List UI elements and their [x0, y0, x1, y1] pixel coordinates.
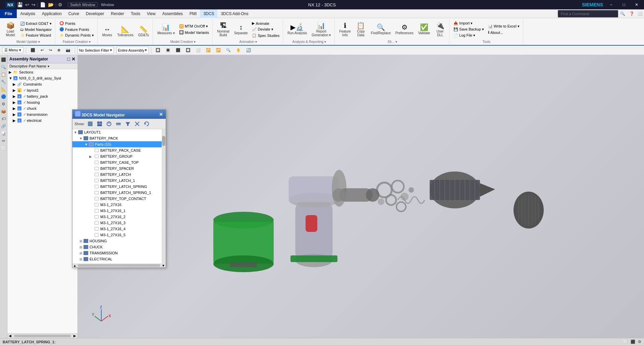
window-menu[interactable]: Window	[100, 3, 115, 7]
report-generation-btn[interactable]: 📊 ReportGeneration ▾	[310, 21, 332, 38]
search-icon[interactable]: 🔍	[618, 11, 627, 16]
dcs-item-layout1[interactable]: ▼ LAYOUT1	[72, 129, 166, 135]
dynamic-points-btn[interactable]: ⚡ Dynamic Points ▾	[58, 33, 95, 38]
left-icon-8[interactable]: 📦	[0, 108, 7, 115]
dcs-item-m3-27x16-3[interactable]: M3-1_27X16_3	[72, 220, 166, 226]
log-file-btn[interactable]: 📄 Log File ▾	[452, 33, 485, 38]
nav-icon-1[interactable]: □	[67, 56, 70, 62]
left-icon-3[interactable]: 📋	[0, 71, 7, 78]
scroll-right[interactable]: ▶	[72, 334, 77, 338]
status-icon-2[interactable]: ⬛	[631, 340, 635, 344]
copy-data-btn[interactable]: 📋 CopyData	[354, 21, 368, 38]
constraints-expand[interactable]: ▶	[13, 82, 17, 87]
assembly-scrollbar[interactable]: ◀ ▶	[7, 333, 77, 338]
rotate-icon[interactable]: 🔄	[244, 47, 253, 53]
dcs-panel-close[interactable]: ✕	[159, 112, 163, 117]
assemblies-menu[interactable]: Assemblies	[159, 9, 186, 18]
tb-icon-3[interactable]: ↪	[47, 47, 54, 53]
run-analysis-btn[interactable]: ▶🔬 Run Analysis	[286, 23, 309, 36]
left-icon-1[interactable]: ⬛	[0, 56, 7, 63]
dcs-item-m3-27x16-2[interactable]: M3-1_27X16_2	[72, 214, 166, 220]
minimize-btn[interactable]: −	[606, 1, 616, 8]
left-icon-10[interactable]: 🔗	[0, 123, 7, 130]
tb-icon-2[interactable]: ↩	[39, 47, 46, 53]
view-icon-3[interactable]: ⬛	[174, 47, 182, 53]
bg-expand[interactable]: ▶	[89, 155, 94, 158]
curve-menu[interactable]: Curve	[65, 9, 83, 18]
dcs-item-battery-case-top[interactable]: BATTERY_CASE_TOP	[72, 159, 166, 165]
maximize-btn[interactable]: □	[619, 1, 629, 8]
dcs-item-m3-27x16-5[interactable]: M3-1_27X16_5	[72, 232, 166, 238]
dcs-item-battery-pack[interactable]: ▼ BATTERY_PACK	[72, 135, 166, 141]
open-icon[interactable]: 📂	[47, 2, 54, 7]
view-icon-7[interactable]: 🔂	[214, 47, 223, 53]
battery-pack-expand[interactable]: ▶	[13, 94, 17, 99]
chuck-dcs-expand[interactable]: ⊞	[78, 245, 83, 249]
view-icon-2[interactable]: 🔳	[164, 47, 172, 53]
validate-btn[interactable]: ✅ Validate	[417, 23, 432, 36]
tree-transmission[interactable]: ▶ T ✓ transmission	[7, 111, 77, 117]
nav-icon-2[interactable]: ✕	[71, 56, 75, 62]
tree-electrical[interactable]: ▶ E ✓ electrical	[7, 117, 77, 123]
save-icon[interactable]: 💾	[16, 2, 23, 7]
tree-root[interactable]: ▼ A NX9_0_3_drill_assy_Syst	[7, 75, 77, 81]
dcs-item-chuck[interactable]: ⊞ CHUCK	[72, 244, 166, 250]
root-expand[interactable]: ▼	[9, 76, 13, 80]
dcs-item-battery-latch-spring[interactable]: BATTERY_LATCH_SPRING	[72, 184, 166, 190]
tolerances-btn[interactable]: 📐 Tolerances	[116, 25, 135, 38]
tb-icon-1[interactable]: ⬛	[29, 47, 37, 53]
tools-menu[interactable]: Tools	[127, 9, 144, 18]
dcs-item-transmission[interactable]: ⊞ TRANSMISSION	[72, 250, 166, 256]
dcs-item-battery-latch-spring-1[interactable]: BATTERY_LATCH_SPRING_1	[72, 190, 166, 196]
expand-icon[interactable]: ⬜	[636, 11, 644, 16]
mtm-btn[interactable]: 🔀 MTM On/Off ▾	[178, 23, 211, 29]
load-model-btn[interactable]: 📦 LoadModel	[3, 21, 17, 38]
dcs-tb-btn-3[interactable]	[105, 120, 113, 128]
redo-icon[interactable]: ↪	[31, 2, 36, 7]
import-btn[interactable]: 📥 Import ▾	[452, 20, 485, 26]
animate-btn[interactable]: ▶ Animate	[251, 20, 281, 26]
tb-icon-5[interactable]: 📷	[64, 47, 72, 53]
left-icon-7[interactable]: ⚙	[0, 101, 7, 107]
view-icon-4[interactable]: 🔲	[184, 47, 193, 53]
dcs-h-scrollbar[interactable]: ▲ ▼	[72, 263, 166, 267]
measures-btn[interactable]: 📊 Measures ▾	[156, 23, 176, 36]
switch-window-btn[interactable]: Switch Window	[68, 2, 98, 7]
left-icon-4[interactable]: 🔧	[0, 79, 7, 85]
transmission-dcs-expand[interactable]: ⊞	[78, 251, 83, 255]
scroll-left[interactable]: ◀	[7, 334, 13, 338]
transmission-expand[interactable]: ▶	[13, 112, 17, 117]
dcs-item-battery-group[interactable]: ▶ BATTERY_GROUP	[72, 153, 166, 159]
application-menu[interactable]: Application	[39, 9, 65, 18]
feature-info-btn[interactable]: ℹ FeatureInfo	[337, 21, 352, 38]
left-icon-6[interactable]: 🔵	[0, 93, 7, 100]
gdts-btn[interactable]: 📏 GD&Ts	[137, 25, 151, 38]
find-replace-btn[interactable]: 🔍 Find/Replace	[369, 23, 392, 36]
left-icon-11[interactable]: 📊	[0, 130, 7, 137]
dcs-tb-btn-2[interactable]	[96, 120, 104, 128]
housing-dcs-expand[interactable]: ⊞	[78, 239, 83, 243]
layout1-expand[interactable]: ▶	[13, 88, 17, 93]
nominal-build-btn[interactable]: 🏗 NominalBuild	[215, 21, 231, 38]
help-icon[interactable]: ❓	[627, 11, 636, 16]
render-menu[interactable]: Render	[108, 9, 127, 18]
find-command-input[interactable]	[558, 10, 618, 17]
view-icon-6[interactable]: 🔁	[204, 47, 213, 53]
left-icon-2[interactable]: 🔍	[0, 64, 7, 70]
zoom-icon[interactable]: 🔍	[224, 47, 233, 53]
write-to-excel-btn[interactable]: 📊 Write to Excel ▾	[487, 23, 521, 29]
battery-pack-dcs-expand[interactable]: ▼	[78, 137, 83, 140]
about-btn[interactable]: ℹ About...	[487, 30, 521, 35]
dcs-item-battery-top-contact[interactable]: BATTERY_TOP_CONTACT	[72, 196, 166, 202]
model-variants-btn[interactable]: 🔲 Model Variants	[178, 30, 211, 35]
left-icon-12[interactable]: ✏	[0, 138, 7, 144]
points-btn[interactable]: ⭕ Points	[58, 20, 95, 26]
moves-btn[interactable]: ↔ Moves	[100, 25, 114, 38]
preferences-btn[interactable]: ⚙ Preferences	[394, 23, 415, 36]
dcs-scroll-up[interactable]: ▲	[72, 264, 77, 267]
dcs-item-parts[interactable]: ▼ Parts (15)	[72, 141, 166, 147]
dcs-item-battery-pack-case[interactable]: BATTERY_PACK_CASE	[72, 147, 166, 153]
developer-menu[interactable]: Developer	[83, 9, 108, 18]
status-icon-3[interactable]: ⚙	[638, 340, 641, 344]
dcs-item-battery-spacer[interactable]: BATTERY_SPACER	[72, 165, 166, 171]
